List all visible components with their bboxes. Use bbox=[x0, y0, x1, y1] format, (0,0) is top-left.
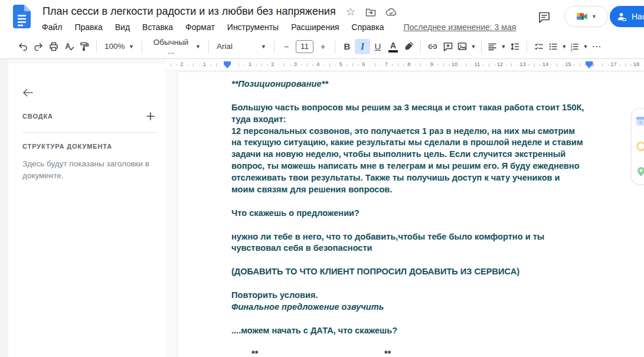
ruler-ticks: 21123456789101112131415161718 bbox=[166, 59, 644, 70]
ruler-tick bbox=[312, 64, 313, 65]
numbered-list-button[interactable]: 123 ▼ bbox=[568, 39, 589, 54]
more-toolbar-options-button[interactable]: ⋯ bbox=[589, 39, 604, 54]
document-page[interactable]: **Позиционирование**Большую часть вопрос… bbox=[177, 71, 644, 357]
bulleted-list-button[interactable]: ▼ bbox=[547, 39, 568, 54]
text-color-button[interactable]: A bbox=[385, 39, 401, 54]
menu-edit[interactable]: Правка bbox=[74, 22, 102, 32]
ruler-number: 11 bbox=[475, 61, 480, 67]
saved-to-drive-cloud-icon[interactable] bbox=[384, 5, 397, 18]
outline-sidebar: СВОДКА СТРУКТУРА ДОКУМЕНТА Здесь будут п… bbox=[8, 64, 166, 357]
share-button-label: Настр bbox=[632, 12, 644, 21]
zoom-value: 100% bbox=[104, 42, 125, 51]
paragraph-style-dropdown[interactable]: Обычный ...▼ bbox=[146, 39, 204, 54]
toolbar-divider bbox=[481, 40, 482, 53]
menu-bar: ФайлПравкаВидВставкаФорматИнструментыРас… bbox=[42, 21, 516, 34]
last-edited-link[interactable]: Последнее изменение: 3 мая bbox=[403, 22, 516, 32]
ruler-tick bbox=[630, 64, 632, 65]
insert-link-button[interactable] bbox=[425, 39, 440, 54]
doc-line bbox=[231, 337, 609, 349]
ruler-tick bbox=[483, 64, 484, 65]
ruler-tick bbox=[256, 64, 257, 65]
ruler-tick bbox=[420, 63, 421, 67]
ruler-tick bbox=[335, 64, 336, 65]
ruler-tick bbox=[216, 63, 217, 67]
highlight-color-button[interactable] bbox=[401, 39, 416, 54]
maps-icon[interactable] bbox=[636, 166, 644, 177]
document-text: **Позиционирование**Большую часть вопрос… bbox=[231, 78, 609, 357]
spell-check-button[interactable] bbox=[61, 39, 77, 54]
doc-line bbox=[231, 313, 609, 325]
close-outline-icon[interactable] bbox=[20, 85, 35, 100]
open-comments-icon[interactable] bbox=[536, 9, 553, 25]
ruler-tick bbox=[506, 64, 507, 65]
menu-view[interactable]: Вид bbox=[115, 22, 130, 32]
menu-format[interactable]: Формат bbox=[185, 22, 215, 32]
ruler-tick bbox=[284, 63, 285, 67]
ruler-tick bbox=[449, 64, 450, 65]
italic-button[interactable]: I bbox=[355, 39, 370, 54]
ruler-number: 8 bbox=[407, 61, 410, 67]
add-comment-button[interactable] bbox=[440, 39, 456, 54]
add-summary-icon[interactable] bbox=[144, 110, 157, 123]
share-button[interactable]: Настр bbox=[610, 6, 644, 27]
chevron-down-icon: ▼ bbox=[471, 44, 476, 50]
menu-tools[interactable]: Инструменты bbox=[227, 22, 279, 32]
ruler-number: 2 bbox=[271, 61, 274, 67]
menu-file[interactable]: Файл bbox=[42, 22, 62, 32]
menu-extensions[interactable]: Расширения bbox=[291, 22, 339, 32]
zoom-dropdown[interactable]: 100%▼ bbox=[101, 39, 138, 54]
ruler-number: 4 bbox=[316, 61, 319, 67]
move-to-folder-icon[interactable] bbox=[364, 5, 377, 18]
chevron-down-icon: ▼ bbox=[562, 44, 567, 50]
ruler-number: 9 bbox=[430, 61, 433, 67]
summary-section: СВОДКА bbox=[22, 110, 157, 123]
font-dropdown[interactable]: Arial▼ bbox=[213, 39, 270, 54]
star-icon[interactable]: ☆ bbox=[344, 5, 357, 18]
ruler-number: 18 bbox=[633, 61, 640, 67]
ruler-tick bbox=[517, 64, 518, 65]
current-text-color-swatch bbox=[388, 50, 398, 53]
align-button[interactable]: ▼ bbox=[486, 39, 507, 54]
chevron-down-icon: ▼ bbox=[261, 44, 266, 50]
outline-empty-hint: Здесь будут показаны заголовки в докумен… bbox=[22, 158, 155, 182]
google-meet-button[interactable]: ▼ bbox=[564, 6, 608, 27]
ruler: 21123456789101112131415161718 bbox=[166, 59, 644, 71]
undo-button[interactable] bbox=[15, 39, 31, 54]
menu-insert[interactable]: Вставка bbox=[142, 22, 173, 32]
font-size-input[interactable]: 11 bbox=[296, 40, 313, 53]
toolbar-divider bbox=[208, 40, 209, 53]
menu-items: ФайлПравкаВидВставкаФорматИнструментыРас… bbox=[42, 22, 396, 32]
bold-button[interactable]: B bbox=[339, 39, 355, 54]
ruler-number: 13 bbox=[519, 61, 526, 67]
ruler-tick bbox=[244, 64, 246, 65]
ruler-number: 12 bbox=[497, 61, 504, 67]
left-rail bbox=[0, 59, 8, 357]
document-title[interactable]: План сесси в легкости радости и из любви… bbox=[43, 5, 336, 18]
ruler-tick bbox=[472, 64, 473, 65]
doc-line: 12 персональных созвонов, это получается… bbox=[231, 126, 609, 137]
calendar-icon[interactable]: 3 bbox=[636, 116, 644, 126]
ruler-tick bbox=[551, 64, 553, 65]
print-button[interactable] bbox=[46, 39, 61, 54]
increase-font-size-button[interactable]: + bbox=[315, 39, 331, 54]
checklist-button[interactable] bbox=[531, 39, 547, 54]
google-docs-logo-icon[interactable] bbox=[13, 5, 31, 28]
ruler-tick bbox=[346, 64, 348, 65]
menu-help[interactable]: Справка bbox=[352, 22, 384, 32]
keep-icon[interactable] bbox=[636, 142, 644, 152]
ruler-tick bbox=[238, 63, 239, 67]
ruler-tick bbox=[443, 63, 444, 67]
redo-button[interactable] bbox=[31, 39, 46, 54]
ruler-tick bbox=[375, 63, 375, 67]
insert-image-button[interactable]: ▼ bbox=[456, 39, 477, 54]
ruler-tick bbox=[619, 64, 620, 65]
underline-button[interactable]: U bbox=[370, 39, 385, 54]
ruler-tick bbox=[426, 64, 427, 65]
paint-format-button[interactable] bbox=[77, 39, 92, 54]
line-spacing-button[interactable] bbox=[507, 39, 522, 54]
sidebar-divider bbox=[22, 132, 157, 133]
ruler-tick bbox=[261, 63, 262, 67]
chevron-down-icon: ▼ bbox=[129, 44, 134, 50]
doc-line bbox=[231, 196, 609, 208]
decrease-font-size-button[interactable]: − bbox=[279, 39, 294, 54]
